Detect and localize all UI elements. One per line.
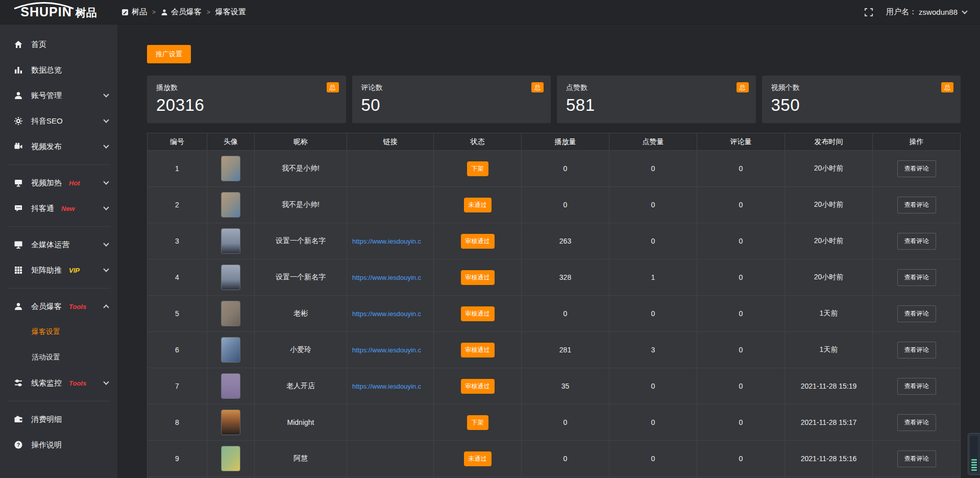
row-comments: 0 xyxy=(697,404,785,441)
view-comments-button[interactable]: 查看评论 xyxy=(897,450,936,467)
sliders-icon xyxy=(13,378,23,388)
row-link[interactable]: https://www.iesdouyin.c xyxy=(347,296,434,332)
row-number: 6 xyxy=(148,332,207,368)
widget-bar xyxy=(971,464,977,466)
view-comments-button[interactable]: 查看评论 xyxy=(897,269,936,286)
row-link[interactable] xyxy=(347,187,434,223)
sidebar-item-label: 线索监控 xyxy=(31,378,62,388)
view-comments-button[interactable]: 查看评论 xyxy=(897,160,936,177)
row-link[interactable] xyxy=(347,151,434,187)
sidebar-item-member-baoke[interactable]: 会员爆客 Tools xyxy=(0,294,117,319)
sidebar-item-label: 账号管理 xyxy=(31,91,62,101)
row-link[interactable]: https://www.iesdouyin.c xyxy=(347,223,434,259)
sidebar-item-data-overview[interactable]: 数据总览 xyxy=(0,57,117,83)
sidebar-item-video-publish[interactable]: 视频发布 xyxy=(0,134,117,159)
breadcrumb-item-home[interactable]: 树品 xyxy=(121,7,147,17)
row-time: 20小时前 xyxy=(785,223,873,259)
row-time: 20小时前 xyxy=(785,151,873,187)
row-number: 3 xyxy=(148,223,207,259)
main-content: 推广设置 播放数 总 20316 评论数 总 50 点赞数 总 581 视频个数… xyxy=(117,25,980,478)
chevron-down-icon xyxy=(962,8,967,14)
sidebar-item-consumption-details[interactable]: 消费明细 xyxy=(0,407,117,432)
help-icon: ? xyxy=(13,440,23,450)
home-icon xyxy=(13,39,23,50)
stat-card-plays: 播放数 总 20316 xyxy=(147,76,346,123)
stat-card-comments: 评论数 总 50 xyxy=(352,76,551,123)
sidebar-item-video-heating[interactable]: 视频加热 Hot xyxy=(0,170,117,196)
row-nick: 我不是小帅! xyxy=(255,151,347,187)
view-comments-button[interactable]: 查看评论 xyxy=(897,197,936,213)
sidebar-item-account-management[interactable]: 账号管理 xyxy=(0,83,117,108)
breadcrumb: 树品 > 会员爆客 > 爆客设置 xyxy=(121,7,246,17)
row-likes: 0 xyxy=(609,187,697,223)
total-badge: 总 xyxy=(737,82,749,92)
breadcrumb-separator: > xyxy=(152,9,156,16)
vip-tag: VIP xyxy=(69,267,80,274)
view-comments-button[interactable]: 查看评论 xyxy=(897,233,936,250)
status-badge: 审核通过 xyxy=(461,343,495,357)
avatar xyxy=(221,373,240,399)
promotion-settings-button[interactable]: 推广设置 xyxy=(147,45,191,63)
view-comments-button[interactable]: 查看评论 xyxy=(897,305,936,322)
tools-tag: Tools xyxy=(69,303,86,310)
row-number: 8 xyxy=(148,404,207,441)
sidebar-divider xyxy=(7,164,110,165)
sidebar-item-instructions[interactable]: ? 操作说明 xyxy=(0,432,117,458)
table-header-cell: 昵称 xyxy=(255,133,347,151)
display-icon xyxy=(13,240,23,250)
floating-widget[interactable] xyxy=(968,433,980,475)
row-likes: 0 xyxy=(609,151,697,187)
row-number: 7 xyxy=(148,368,207,404)
app-logo[interactable]: SHUPIN 树品 xyxy=(0,6,117,18)
table-header-cell: 点赞量 xyxy=(609,133,697,151)
avatar xyxy=(221,192,240,218)
status-badge: 下架 xyxy=(467,415,488,430)
view-comments-button[interactable]: 查看评论 xyxy=(897,342,936,358)
sidebar-subitem-baoke-settings[interactable]: 爆客设置 xyxy=(0,319,117,345)
comment-icon xyxy=(13,203,23,213)
fullscreen-icon[interactable] xyxy=(865,8,873,16)
row-number: 1 xyxy=(148,151,207,187)
chevron-down-icon xyxy=(103,142,109,148)
table-row: 6 小爱玲 https://www.iesdouyin.c 审核通过 281 3… xyxy=(148,332,960,368)
row-time: 2021-11-28 15:16 xyxy=(785,441,873,477)
breadcrumb-item-section[interactable]: 会员爆客 xyxy=(161,7,202,17)
sidebar-item-douyin-seo[interactable]: 抖音SEO xyxy=(0,108,117,134)
sidebar-item-matrix-boost[interactable]: 矩阵助推 VIP xyxy=(0,257,117,283)
chevron-down-icon xyxy=(103,91,109,97)
avatar xyxy=(221,446,240,471)
svg-text:?: ? xyxy=(17,442,20,448)
total-badge: 总 xyxy=(327,82,339,92)
view-comments-button[interactable]: 查看评论 xyxy=(897,414,936,431)
row-likes: 0 xyxy=(609,223,697,259)
row-plays: 0 xyxy=(522,441,609,477)
row-nick: 老人开店 xyxy=(255,368,347,404)
row-link[interactable] xyxy=(347,404,434,441)
stat-label: 评论数 xyxy=(361,83,542,92)
sidebar-subitem-activity-settings[interactable]: 活动设置 xyxy=(0,345,117,370)
view-comments-button[interactable]: 查看评论 xyxy=(897,378,936,395)
stat-card-videos: 视频个数 总 350 xyxy=(762,76,961,123)
sidebar-item-douketong[interactable]: 抖客通 New xyxy=(0,196,117,221)
grid-icon xyxy=(13,265,23,275)
sidebar-item-label: 视频加热 xyxy=(31,178,62,188)
user-menu[interactable]: 用户名： zswodun88 xyxy=(886,7,967,17)
total-badge: 总 xyxy=(531,82,544,92)
sidebar-item-label: 抖客通 xyxy=(31,204,54,213)
widget-bar xyxy=(971,462,977,463)
table-header-cell: 发布时间 xyxy=(785,133,873,151)
row-likes: 0 xyxy=(609,296,697,332)
sidebar-item-home[interactable]: 首页 xyxy=(0,32,117,57)
sidebar-item-lead-monitoring[interactable]: 线索监控 Tools xyxy=(0,370,117,396)
row-time: 20小时前 xyxy=(785,259,873,296)
row-link[interactable]: https://www.iesdouyin.c xyxy=(347,368,434,404)
breadcrumb-item-current[interactable]: 爆客设置 xyxy=(215,7,246,17)
sidebar-item-all-media-operation[interactable]: 全媒体运营 xyxy=(0,232,117,257)
row-time: 20小时前 xyxy=(785,187,873,223)
row-link[interactable]: https://www.iesdouyin.c xyxy=(347,332,434,368)
table-row: 7 老人开店 https://www.iesdouyin.c 审核通过 35 0… xyxy=(148,368,960,404)
row-link[interactable] xyxy=(347,441,434,477)
row-link[interactable]: https://www.iesdouyin.c xyxy=(347,259,434,296)
wallet-icon xyxy=(13,414,23,424)
row-plays: 0 xyxy=(522,151,609,187)
